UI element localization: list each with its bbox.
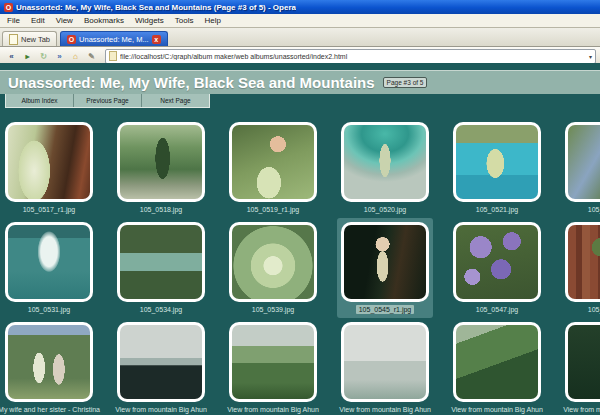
photo-cell[interactable]: View from mountain Big Ahun xyxy=(117,322,205,414)
photo-caption: View from mountain Big Ahun xyxy=(339,405,431,414)
photo-thumbnail[interactable] xyxy=(341,322,429,402)
forward-button[interactable]: ▸ xyxy=(20,49,35,63)
photo-cell[interactable]: View from mountain Big Ahun xyxy=(341,322,429,414)
album-header: Unassorted: Me, My Wife, Black Sea and M… xyxy=(0,70,600,94)
previous-page-button[interactable]: Previous Page xyxy=(74,94,142,107)
photo-image xyxy=(568,325,600,399)
photo-caption: 105_0534.jpg xyxy=(140,305,182,314)
photo-caption: View from mountain Big Ahun xyxy=(451,405,543,414)
photo-image xyxy=(8,125,90,199)
photo-cell[interactable]: 105_0531.jpg xyxy=(5,222,93,314)
menu-item-widgets[interactable]: Widgets xyxy=(135,16,164,25)
photo-caption: 105_0517_r1.jpg xyxy=(23,205,76,214)
photo-cell[interactable]: View from mountain Big Ahun xyxy=(565,322,600,414)
photo-thumbnail[interactable] xyxy=(117,122,205,202)
photo-thumbnail[interactable] xyxy=(5,322,93,402)
photo-caption: 105_0539.jpg xyxy=(252,305,294,314)
photo-image xyxy=(232,225,314,299)
photo-cell[interactable]: View from mountain Big Ahun xyxy=(229,322,317,414)
photo-image xyxy=(456,225,538,299)
photo-caption: View from mountain Big Ahun xyxy=(563,405,600,414)
url-text[interactable]: file://localhost/C:/graph/album maker/we… xyxy=(120,53,586,60)
photo-thumbnail[interactable] xyxy=(5,122,93,202)
photo-thumbnail[interactable] xyxy=(565,222,600,302)
photo-cell[interactable]: 105_0549.jpg xyxy=(565,222,600,314)
photo-thumbnail[interactable] xyxy=(341,222,429,302)
tab-close-icon[interactable]: x xyxy=(152,35,161,44)
photo-thumbnail[interactable] xyxy=(229,322,317,402)
url-dropdown-icon[interactable]: ▾ xyxy=(589,53,592,60)
photo-image xyxy=(344,325,426,399)
photo-caption: My wife and her sister - Christina xyxy=(0,405,100,414)
back-button[interactable]: « xyxy=(4,49,19,63)
grid-row-3: My wife and her sister - Christina View … xyxy=(5,322,600,414)
photo-cell[interactable]: 105_0518.jpg xyxy=(117,122,205,214)
photo-thumbnail[interactable] xyxy=(565,322,600,402)
photo-caption: 105_0531.jpg xyxy=(28,305,70,314)
photo-image xyxy=(120,225,202,299)
photo-thumbnail[interactable] xyxy=(453,322,541,402)
wand-button[interactable]: ✎ xyxy=(84,49,99,63)
menu-item-help[interactable]: Help xyxy=(205,16,221,25)
menu-item-file[interactable]: File xyxy=(7,16,20,25)
menu-item-tools[interactable]: Tools xyxy=(175,16,194,25)
photo-thumbnail[interactable] xyxy=(229,222,317,302)
photo-cell[interactable]: 105_0534.jpg xyxy=(117,222,205,314)
photo-cell[interactable]: 105_0519_r1.jpg xyxy=(229,122,317,214)
photo-image xyxy=(8,225,90,299)
photo-image xyxy=(120,325,202,399)
photo-image xyxy=(120,125,202,199)
photo-thumbnail[interactable] xyxy=(565,122,600,202)
photo-caption: 105_0519_r1.jpg xyxy=(247,205,300,214)
photo-thumbnail[interactable] xyxy=(117,222,205,302)
album-nav: Album Index Previous Page Next Page xyxy=(5,94,210,108)
menu-item-bookmarks[interactable]: Bookmarks xyxy=(84,16,124,25)
photo-thumbnail[interactable] xyxy=(341,122,429,202)
photo-image xyxy=(568,125,600,199)
photo-caption: 105_0549.jpg xyxy=(588,305,600,314)
thumbnail-grid: 105_0517_r1.jpg 105_0518.jpg 105_0519_r1… xyxy=(5,122,600,414)
menu-item-view[interactable]: View xyxy=(56,16,73,25)
photo-cell[interactable]: 105_0520.jpg xyxy=(341,122,429,214)
page-icon xyxy=(9,34,18,45)
next-page-button[interactable]: Next Page xyxy=(142,94,209,107)
reload-button[interactable]: ↻ xyxy=(36,49,51,63)
photo-cell[interactable]: 105_0539.jpg xyxy=(229,222,317,314)
menu-item-edit[interactable]: Edit xyxy=(31,16,45,25)
photo-thumbnail[interactable] xyxy=(229,122,317,202)
home-button[interactable]: ⌂ xyxy=(68,49,83,63)
photo-thumbnail[interactable] xyxy=(453,122,541,202)
photo-thumbnail[interactable] xyxy=(5,222,93,302)
photo-caption: 105_0521.jpg xyxy=(476,205,518,214)
photo-caption: 105_0520.jpg xyxy=(364,205,406,214)
photo-cell[interactable]: 105_0517_r1.jpg xyxy=(5,122,93,214)
album-index-button[interactable]: Album Index xyxy=(6,94,74,107)
photo-thumbnail[interactable] xyxy=(453,222,541,302)
window-title: Unassorted: Me, My Wife, Black Sea and M… xyxy=(16,3,296,12)
photo-cell[interactable]: View from mountain Big Ahun xyxy=(453,322,541,414)
photo-image xyxy=(8,325,90,399)
photo-image xyxy=(568,225,600,299)
window-titlebar: O Unassorted: Me, My Wife, Black Sea and… xyxy=(0,0,600,14)
photo-cell[interactable]: My wife and her sister - Christina xyxy=(5,322,93,414)
tab-unassorted-active[interactable]: O Unassorted: Me, M... x xyxy=(60,31,168,46)
photo-cell[interactable]: 105_0522.jpg xyxy=(565,122,600,214)
photo-cell[interactable]: 105_0521.jpg xyxy=(453,122,541,214)
photo-image xyxy=(344,225,426,299)
photo-image xyxy=(232,125,314,199)
page-content: Unassorted: Me, My Wife, Black Sea and M… xyxy=(0,63,600,415)
photo-image xyxy=(232,325,314,399)
page-number-badge: Page #3 of 5 xyxy=(383,77,428,88)
address-bar[interactable]: file://localhost/C:/graph/album maker/we… xyxy=(105,49,596,64)
opera-logo-icon: O xyxy=(4,3,13,12)
grid-row-2: 105_0531.jpg 105_0534.jpg 105_0539.jpg 1… xyxy=(5,222,600,314)
photo-caption: 105_0522.jpg xyxy=(588,205,600,214)
photo-image xyxy=(456,125,538,199)
photo-thumbnail[interactable] xyxy=(117,322,205,402)
fast-forward-button[interactable]: » xyxy=(52,49,67,63)
photo-cell[interactable]: 105_0547.jpg xyxy=(453,222,541,314)
tab-bar: New Tab O Unassorted: Me, M... x xyxy=(0,28,600,47)
tab-new-tab[interactable]: New Tab xyxy=(2,31,57,46)
tab-label: Unassorted: Me, M... xyxy=(79,35,149,44)
photo-cell-selected[interactable]: 105_0545_r1.jpg xyxy=(337,218,433,318)
